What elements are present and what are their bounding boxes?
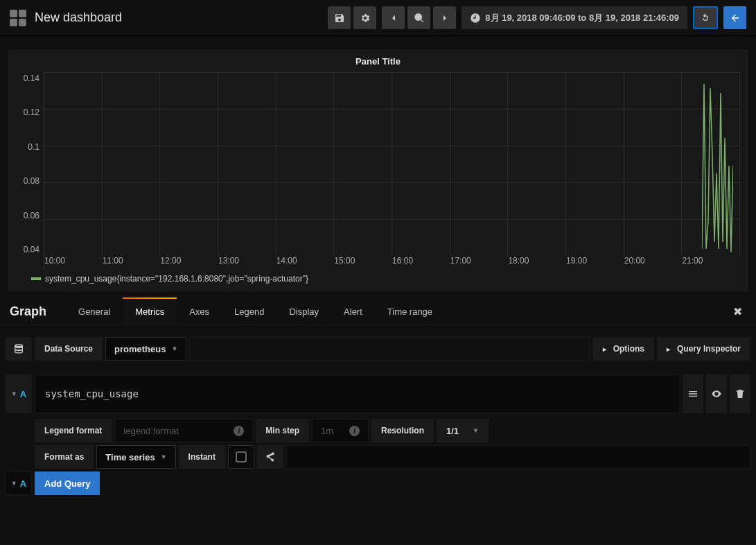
zoom-out-icon	[414, 12, 425, 24]
prev-button[interactable]	[382, 6, 405, 29]
zoom-out-button[interactable]	[407, 6, 430, 29]
add-query-button[interactable]: Add Query	[35, 472, 100, 495]
tab-alert[interactable]: Alert	[331, 297, 375, 326]
chevron-right-icon	[439, 12, 450, 24]
plot-grid	[44, 72, 740, 256]
header-left: New dashboard	[10, 10, 328, 26]
tab-time-range[interactable]: Time range	[375, 297, 445, 326]
y-tick: 0.12	[24, 107, 39, 117]
tab-general[interactable]: General	[66, 297, 123, 326]
time-range-text: 8月 19, 2018 09:46:09 to 8月 19, 2018 21:4…	[485, 12, 679, 24]
inspector-label: Query Inspector	[677, 344, 741, 354]
info-icon[interactable]: i	[349, 426, 360, 436]
resolution-value: 1/1	[446, 426, 459, 436]
panel-title[interactable]: Panel Title	[9, 51, 747, 72]
x-tick: 11:00	[103, 256, 161, 270]
close-editor-button[interactable]: ✖	[729, 305, 746, 318]
gear-icon	[360, 12, 371, 24]
legend-format-input[interactable]: legend format i	[114, 419, 253, 442]
refresh-icon	[700, 12, 711, 24]
y-axis: 0.14 0.12 0.1 0.08 0.06 0.04	[12, 72, 44, 270]
x-tick: 20:00	[624, 256, 683, 270]
y-tick: 0.08	[24, 176, 39, 186]
query-expression-text: system_cpu_usage	[45, 388, 139, 399]
series-line	[702, 76, 733, 256]
x-tick: 15:00	[334, 256, 392, 270]
datasource-value: prometheus	[114, 344, 166, 354]
refresh-button[interactable]	[693, 6, 718, 29]
query-delete-button[interactable]	[730, 374, 750, 413]
datasource-row: Data Source prometheus ▼ Options Query I…	[6, 337, 750, 361]
x-tick: 16:00	[392, 256, 450, 270]
resolution-label: Resolution	[371, 419, 434, 442]
eye-icon	[711, 388, 722, 399]
y-tick: 0.04	[24, 245, 39, 254]
datasource-icon-box	[6, 337, 32, 361]
query-letter-toggle[interactable]: ▼ A	[6, 374, 32, 413]
chart-area[interactable]: 0.14 0.12 0.1 0.08 0.06 0.04 10:00	[9, 72, 747, 270]
share-query-button[interactable]	[257, 445, 283, 469]
instant-checkbox[interactable]	[228, 445, 254, 469]
chevron-left-icon	[388, 12, 399, 24]
tab-display[interactable]: Display	[276, 297, 331, 326]
plot-area[interactable]: 10:00 11:00 12:00 13:00 14:00 15:00 16:0…	[44, 72, 740, 270]
x-axis: 10:00 11:00 12:00 13:00 14:00 15:00 16:0…	[44, 256, 740, 270]
x-tick: 18:00	[508, 256, 566, 270]
header-right: 8月 19, 2018 09:46:09 to 8月 19, 2018 21:4…	[328, 6, 746, 29]
resolution-select[interactable]: 1/1 ▼	[437, 419, 489, 442]
add-query-label: Add Query	[44, 478, 90, 489]
back-button[interactable]	[723, 6, 746, 29]
editor-body: Data Source prometheus ▼ Options Query I…	[0, 327, 756, 505]
tab-metrics[interactable]: Metrics	[123, 297, 177, 326]
legend-swatch	[31, 277, 41, 280]
min-step-label: Min step	[256, 419, 309, 442]
instant-label: Instant	[179, 445, 225, 469]
y-tick: 0.06	[24, 211, 39, 220]
caret-down-icon: ▼	[11, 390, 17, 397]
query-expression-input[interactable]: system_cpu_usage	[35, 374, 680, 413]
add-query-letter: A	[20, 478, 26, 489]
query-options: Legend format legend format i Min step 1…	[6, 419, 750, 469]
query-menu-button[interactable]	[683, 374, 703, 413]
tab-axes[interactable]: Axes	[177, 297, 222, 326]
save-icon	[334, 12, 345, 24]
share-icon	[265, 451, 276, 462]
x-tick: 12:00	[160, 256, 218, 270]
x-tick: 13:00	[218, 256, 276, 270]
time-range-picker[interactable]: 8月 19, 2018 09:46:09 to 8月 19, 2018 21:4…	[461, 6, 687, 29]
caret-down-icon: ▼	[473, 427, 479, 434]
row-filler	[286, 445, 750, 469]
query-inspector-button[interactable]: Query Inspector	[657, 337, 750, 361]
add-query-row: ▼ A Add Query	[6, 472, 750, 495]
x-tick: 19:00	[566, 256, 624, 270]
settings-button[interactable]	[353, 6, 376, 29]
x-tick: 14:00	[276, 256, 335, 270]
trash-icon	[735, 388, 746, 399]
add-query-letter-toggle[interactable]: ▼ A	[6, 472, 32, 495]
x-tick: 17:00	[450, 256, 509, 270]
caret-right-icon	[667, 344, 673, 354]
legend-text: system_cpu_usage{instance="192.168.1.6:8…	[45, 274, 308, 284]
datasource-select[interactable]: prometheus ▼	[105, 337, 186, 361]
next-button[interactable]	[433, 6, 456, 29]
chart-legend[interactable]: system_cpu_usage{instance="192.168.1.6:8…	[9, 270, 747, 291]
options-button[interactable]: Options	[593, 337, 654, 361]
editor-header: Graph General Metrics Axes Legend Displa…	[0, 297, 756, 327]
format-as-value: Time series	[105, 452, 155, 462]
menu-icon	[687, 388, 698, 399]
editor-title: Graph	[10, 304, 46, 319]
datasource-spacer	[189, 337, 590, 361]
caret-down-icon: ▼	[11, 480, 17, 487]
clock-icon	[470, 12, 481, 24]
back-arrow-icon	[730, 12, 741, 24]
query-visibility-button[interactable]	[706, 374, 727, 413]
dashboard-title[interactable]: New dashboard	[35, 10, 122, 25]
dashboard-grid-icon[interactable]	[10, 10, 26, 26]
query-toolbar	[683, 374, 750, 413]
checkbox-icon	[236, 451, 247, 462]
tab-legend[interactable]: Legend	[222, 297, 276, 326]
info-icon[interactable]: i	[234, 426, 244, 436]
save-button[interactable]	[328, 6, 351, 29]
format-as-select[interactable]: Time series ▼	[96, 445, 175, 469]
min-step-input[interactable]: 1m i	[312, 419, 369, 442]
